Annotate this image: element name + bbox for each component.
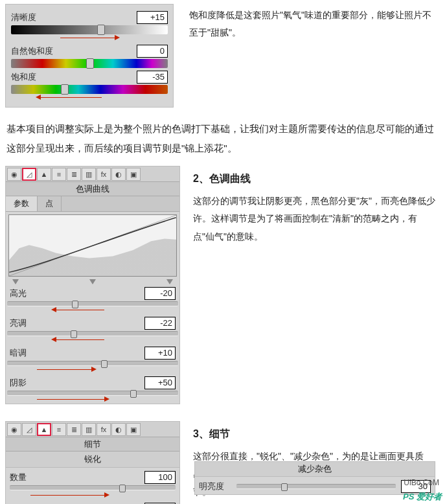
toolbar: ◉ ◿ ▲ ≡ ≣ ▥ fx ◐ ▣ xyxy=(6,166,179,182)
panel-title: 色调曲线 xyxy=(6,182,179,196)
arrow-icon xyxy=(45,336,109,344)
bars-icon[interactable]: ≣ xyxy=(67,168,81,181)
fx-icon[interactable]: fx xyxy=(97,168,111,181)
camera-icon[interactable]: ▣ xyxy=(126,423,141,436)
section2-text: 这部分的调节我让阴影更亮，黑色部分更"灰"，而亮色降低少许。这样调节是为了将画面… xyxy=(193,192,436,246)
arrow-icon xyxy=(29,94,107,102)
shadows-slider[interactable] xyxy=(7,391,178,396)
triangle-icon[interactable]: ▲ xyxy=(37,423,51,436)
lens-icon[interactable]: ◐ xyxy=(111,423,126,436)
watermark-brand: PS 爱好者 xyxy=(403,491,442,503)
darks-slider[interactable] xyxy=(7,361,178,366)
luminance-slider[interactable] xyxy=(236,484,396,489)
darks-label: 暗调 xyxy=(10,347,42,359)
amount-slider[interactable] xyxy=(10,485,176,490)
lines-icon[interactable]: ≡ xyxy=(52,168,66,181)
vibrance-value[interactable]: 0 xyxy=(137,45,168,58)
lines-icon[interactable]: ≡ xyxy=(52,423,66,436)
arrow-icon xyxy=(45,306,109,314)
tab-point[interactable]: 点 xyxy=(38,196,62,211)
shadows-value[interactable]: +50 xyxy=(144,376,176,389)
highlights-label: 高光 xyxy=(10,288,42,299)
vibrance-label: 自然饱和度 xyxy=(11,45,56,57)
saturation-label: 饱和度 xyxy=(11,71,56,83)
section3-heading: 3、细节 xyxy=(193,424,436,444)
paragraph-1: 基本项目的调整实际上是为整个照片的色调打下基础，让我们对主题所需要传达的信息尽可… xyxy=(0,108,447,162)
section2-heading: 2、色调曲线 xyxy=(193,168,436,189)
watermark-url: UiBo.CoM xyxy=(404,478,439,487)
saturation-value[interactable]: -35 xyxy=(137,71,168,84)
noise-title: 减少杂色 xyxy=(195,462,435,477)
arrow-icon xyxy=(32,396,116,404)
arrow-icon xyxy=(25,492,116,499)
tab-parametric[interactable]: 参数 xyxy=(6,196,38,211)
aperture-icon[interactable]: ◉ xyxy=(7,168,21,181)
lights-label: 亮调 xyxy=(10,317,42,329)
curve-icon[interactable]: ◿ xyxy=(22,423,36,436)
luminance-label: 明亮度 xyxy=(199,481,231,492)
camera-icon[interactable]: ▣ xyxy=(126,168,141,181)
basic-panel: 清晰度 +15 自然饱和度 0 饱和度 -35 xyxy=(5,4,174,108)
clarity-value[interactable]: +15 xyxy=(137,11,168,24)
arrow-icon xyxy=(32,366,103,374)
vibrance-slider[interactable] xyxy=(11,59,168,68)
triangle-icon[interactable]: ▲ xyxy=(37,168,51,181)
side-text-1: 饱和度降低是这套照片"氧气"味道的重要部分，能够让照片不至于"甜腻"。 xyxy=(189,4,435,42)
fx-icon[interactable]: fx xyxy=(97,423,111,436)
panel3-title: 细节 xyxy=(6,437,179,452)
split-icon[interactable]: ▥ xyxy=(82,168,96,181)
aperture-icon[interactable]: ◉ xyxy=(7,423,21,436)
lights-value[interactable]: -22 xyxy=(144,317,176,330)
detail-panel: ◉ ◿ ▲ ≡ ≣ ▥ fx ◐ ▣ 细节 锐化 数量100 半径1.0 细节2… xyxy=(5,421,180,504)
tone-curve-panel: ◉ ◿ ▲ ≡ ≣ ▥ fx ◐ ▣ 色调曲线 参数 点 高光-20 亮调-22 xyxy=(5,166,180,404)
saturation-slider[interactable] xyxy=(11,85,168,94)
noise-panel: 减少杂色 明亮度 30 xyxy=(194,461,435,495)
curve-icon[interactable]: ◿ xyxy=(22,168,36,181)
clarity-label: 清晰度 xyxy=(11,12,56,23)
amount-label: 数量 xyxy=(10,472,37,483)
highlights-slider[interactable] xyxy=(7,301,178,306)
clarity-slider[interactable] xyxy=(11,25,168,34)
lights-slider[interactable] xyxy=(7,331,178,336)
lens-icon[interactable]: ◐ xyxy=(111,168,126,181)
sharpen-subtitle: 锐化 xyxy=(6,452,179,468)
curve-graph[interactable] xyxy=(8,214,177,277)
split-icon[interactable]: ▥ xyxy=(82,423,96,436)
darks-value[interactable]: +10 xyxy=(144,347,176,360)
amount-value[interactable]: 100 xyxy=(144,471,176,484)
tabs: 参数 点 xyxy=(6,196,179,212)
highlights-value[interactable]: -20 xyxy=(144,287,176,300)
bars-icon[interactable]: ≣ xyxy=(67,423,81,436)
shadows-label: 阴影 xyxy=(10,377,42,389)
arrow-icon xyxy=(55,34,126,42)
